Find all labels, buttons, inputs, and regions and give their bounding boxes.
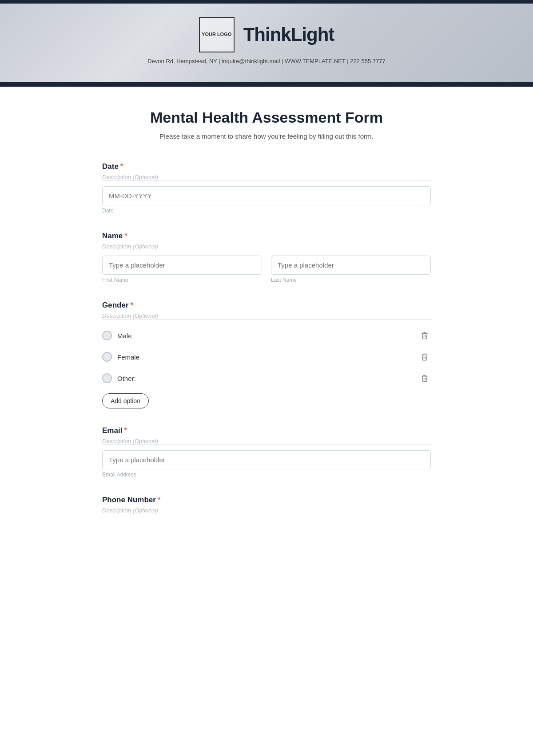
logo-text: YOUR LOGO	[202, 31, 231, 38]
radio-circle-male[interactable]	[102, 331, 112, 340]
form-title: Mental Health Assessment Form	[102, 109, 431, 126]
email-input[interactable]	[102, 450, 431, 469]
form-subtitle: Please take a moment to share how you're…	[102, 132, 431, 140]
name-row: First Name Last Name	[102, 256, 431, 283]
date-section: Date* Description (Optional) Date	[102, 162, 431, 214]
phone-label: Phone Number*	[102, 496, 431, 504]
add-option-label: Add option	[111, 397, 140, 404]
email-section: Email* Description (Optional) Email Addr…	[102, 426, 431, 478]
first-name-hint: First Name	[102, 277, 262, 283]
radio-circle-other[interactable]	[102, 373, 112, 383]
date-hint: Date	[102, 208, 431, 214]
gender-description: Description (Optional)	[102, 312, 431, 320]
phone-description: Description (Optional)	[102, 507, 431, 514]
required-star-gender: *	[131, 301, 134, 309]
delete-other-icon[interactable]	[418, 372, 431, 384]
email-description: Description (Optional)	[102, 438, 431, 445]
required-star: *	[120, 162, 123, 171]
date-label: Date*	[102, 162, 431, 171]
date-input[interactable]	[102, 186, 431, 205]
gender-section: Gender* Description (Optional) Male	[102, 301, 431, 408]
required-star-email: *	[124, 426, 127, 435]
required-star-name: *	[124, 232, 127, 240]
radio-left-female: Female	[102, 352, 139, 362]
first-name-col: First Name	[102, 256, 262, 283]
header-brand: YOUR LOGO ThinkLight	[199, 17, 334, 52]
radio-label-male: Male	[117, 332, 132, 340]
brand-name: ThinkLight	[243, 24, 334, 45]
phone-section: Phone Number* Description (Optional)	[102, 496, 431, 514]
name-section: Name* Description (Optional) First Name …	[102, 232, 431, 283]
main-content: Mental Health Assessment Form Please tak…	[67, 87, 466, 554]
name-label: Name*	[102, 232, 431, 240]
radio-left-other: Other:	[102, 373, 136, 383]
first-name-input[interactable]	[102, 256, 262, 275]
logo-box: YOUR LOGO	[199, 17, 235, 52]
email-hint: Email Address	[102, 472, 431, 478]
header-contact: Devon Rd, Hempstead, NY | inquire@thinkl…	[147, 58, 386, 73]
add-option-button[interactable]: Add option	[102, 393, 149, 408]
header-top-bar	[0, 0, 533, 4]
gender-option-male: Male	[102, 325, 431, 346]
radio-label-female: Female	[117, 353, 139, 361]
email-label: Email*	[102, 426, 431, 435]
gender-option-other: Other:	[102, 368, 431, 389]
last-name-col: Last Name	[271, 256, 431, 283]
page-header: YOUR LOGO ThinkLight Devon Rd, Hempstead…	[0, 0, 533, 87]
header-content: YOUR LOGO ThinkLight Devon Rd, Hempstead…	[0, 4, 533, 82]
last-name-hint: Last Name	[271, 277, 431, 283]
gender-label: Gender*	[102, 301, 431, 310]
delete-female-icon[interactable]	[418, 351, 431, 363]
date-description: Description (Optional)	[102, 174, 431, 181]
radio-left-male: Male	[102, 331, 132, 340]
radio-label-other: Other:	[117, 375, 136, 382]
last-name-input[interactable]	[271, 256, 431, 275]
header-bottom-bar	[0, 82, 533, 87]
required-star-phone: *	[158, 496, 161, 504]
radio-circle-female[interactable]	[102, 352, 112, 362]
delete-male-icon[interactable]	[418, 329, 431, 342]
name-description: Description (Optional)	[102, 243, 431, 250]
gender-option-female: Female	[102, 346, 431, 368]
